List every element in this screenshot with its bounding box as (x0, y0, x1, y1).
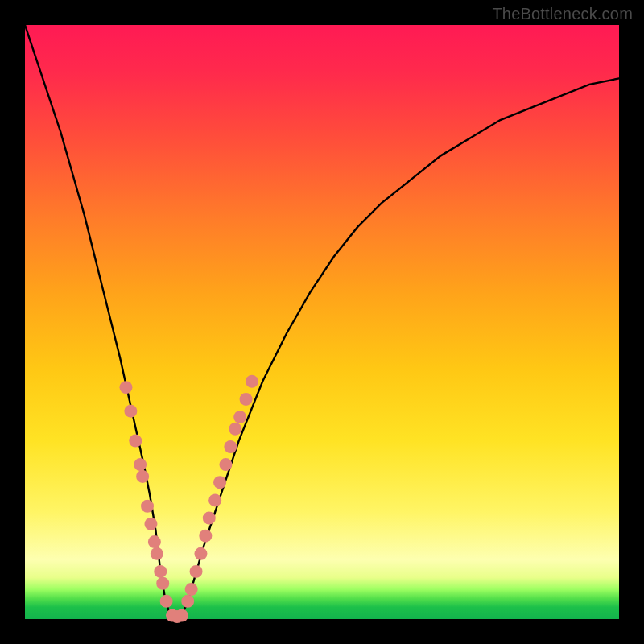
curve-marker (148, 535, 161, 548)
curve-marker (144, 518, 157, 530)
curve-marker (185, 583, 198, 596)
curve-marker (246, 375, 258, 388)
bottleneck-curve (25, 25, 619, 619)
curve-marker (154, 565, 167, 578)
curve-marker (151, 547, 163, 560)
curve-marker (134, 458, 147, 471)
chart-frame: TheBottleneck.com (0, 0, 644, 644)
curve-marker (208, 493, 221, 506)
curve-marker (213, 476, 226, 489)
curve-marker (194, 547, 207, 560)
curve-marker (233, 411, 246, 423)
curve-markers (119, 375, 258, 623)
curve-marker (240, 393, 253, 406)
curve-marker (219, 458, 232, 471)
curve-marker (175, 609, 188, 622)
curve-marker (229, 423, 242, 436)
curve-marker (141, 500, 154, 513)
curve-marker (160, 595, 173, 608)
curve-marker (136, 470, 149, 483)
curve-marker (124, 405, 137, 418)
curve-marker (181, 595, 194, 608)
curve-marker (129, 435, 142, 448)
curve-line (25, 25, 619, 619)
curve-marker (119, 381, 132, 394)
curve-marker (224, 440, 237, 453)
curve-marker (190, 565, 203, 578)
plot-area (25, 25, 619, 619)
curve-marker (199, 530, 212, 543)
curve-marker (156, 577, 169, 590)
curve-marker (203, 512, 216, 525)
watermark-text: TheBottleneck.com (492, 5, 633, 23)
